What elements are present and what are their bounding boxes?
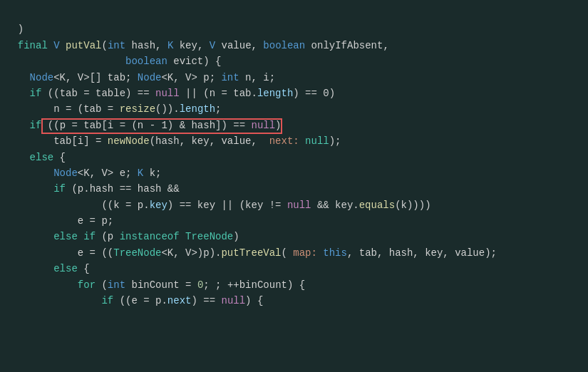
code-token: binCount =	[125, 279, 197, 291]
code-token: TreeNode	[113, 247, 161, 259]
code-token	[6, 279, 78, 291]
code-token: else	[53, 263, 78, 274]
code-token: equals	[359, 200, 395, 211]
code-line: else {	[0, 150, 588, 165]
code-token: onlyIfAbsent,	[305, 40, 389, 51]
code-token: evict) {	[167, 56, 222, 67]
code-token: ) == 0)	[293, 88, 335, 99]
code-token: (	[101, 40, 107, 51]
code-token: final	[18, 40, 48, 51]
code-token	[6, 72, 30, 83]
code-token: Node	[138, 72, 162, 83]
code-token: (k))))	[395, 200, 430, 211]
code-token: )	[275, 120, 281, 131]
code-token: if	[101, 295, 113, 306]
code-token: && key.	[311, 200, 359, 211]
code-token: K	[138, 167, 143, 179]
code-token: putVal	[66, 40, 101, 51]
code-token: )	[18, 24, 24, 35]
code-line: tab[i] = newNode(hash, key, value, next:…	[0, 133, 588, 149]
code-token: <K, V> p;	[161, 72, 221, 83]
code-token	[180, 231, 185, 242]
code-line: Node<K, V>[] tab; Node<K, V> p; int n, i…	[0, 70, 588, 86]
code-token: null	[251, 120, 275, 131]
code-token	[6, 24, 18, 35]
code-token: ((tab = table) ==	[41, 88, 155, 99]
code-token	[6, 231, 53, 242]
code-token: null	[305, 135, 329, 147]
code-line: boolean evict) {	[0, 53, 588, 69]
code-token: int	[108, 279, 125, 291]
code-token: <K, V>)p).	[161, 247, 221, 259]
code-token	[6, 40, 18, 51]
code-token: if	[53, 183, 66, 195]
code-token: putTreeVal	[221, 247, 281, 259]
code-token: boolean	[263, 40, 305, 51]
code-token: ) ==	[191, 295, 221, 306]
code-token: int	[221, 72, 239, 83]
code-token: , tab, hash, key, value);	[347, 247, 497, 259]
code-line: else if (p instanceof TreeNode)	[0, 229, 588, 244]
code-token: (p.hash == hash &&	[66, 183, 180, 195]
code-token: ((k = p.	[6, 200, 150, 211]
code-token	[60, 40, 66, 51]
code-line: e = p;	[0, 213, 588, 229]
code-token: newNode	[108, 135, 150, 147]
code-token: null	[287, 200, 311, 211]
code-token	[6, 295, 101, 306]
code-token: e = p;	[6, 215, 113, 227]
code-token: Node	[30, 72, 54, 83]
code-token: key	[150, 200, 167, 211]
code-token: ((e = p.	[113, 295, 167, 306]
code-token	[6, 152, 30, 163]
code-token: (hash, key, value,	[150, 135, 269, 147]
code-token: resize	[120, 103, 155, 115]
code-token	[6, 88, 30, 99]
code-token: <K, V> e;	[78, 167, 138, 179]
code-token: k;	[143, 167, 161, 179]
code-token: key,	[173, 40, 209, 51]
code-token: ()).	[155, 103, 180, 115]
code-token: e = ((	[6, 247, 113, 259]
code-token: Node	[53, 167, 78, 179]
code-line: if ((tab = table) == null || (n = tab.le…	[0, 86, 588, 101]
code-token: TreeNode	[185, 231, 233, 242]
code-token	[6, 120, 30, 131]
code-token: <K, V>[] tab;	[53, 72, 138, 83]
code-token: (p	[96, 231, 120, 242]
code-token: instanceof	[120, 231, 180, 242]
code-token: ((p = tab[i = (n - 1) & hash]) ==	[41, 120, 251, 131]
code-token: (	[96, 279, 108, 291]
code-token: boolean	[125, 56, 167, 67]
code-token: for	[78, 279, 96, 291]
code-token: || (n = tab.	[180, 88, 257, 99]
code-line: )	[0, 21, 588, 37]
code-token	[6, 167, 53, 179]
code-token: null	[155, 88, 180, 99]
code-token	[299, 135, 305, 147]
code-line: if (p.hash == hash &&	[0, 181, 588, 197]
code-token: next	[167, 295, 192, 306]
code-container: ) final V putVal(int hash, K key, V valu…	[0, 0, 588, 314]
code-line: e = ((TreeNode<K, V>)p).putTreeVal( map:…	[0, 245, 588, 261]
code-token: map:	[293, 247, 317, 259]
code-token: ;	[215, 103, 221, 115]
code-line: final V putVal(int hash, K key, V value,…	[0, 38, 588, 53]
code-token	[48, 40, 53, 51]
code-token: length	[257, 88, 293, 99]
code-token: )	[233, 231, 239, 242]
code-token: {	[53, 152, 66, 163]
code-token: );	[329, 135, 341, 147]
code-token: value,	[215, 40, 263, 51]
code-line: else {	[0, 261, 588, 277]
code-token: else	[30, 152, 54, 163]
code-token: (	[281, 247, 293, 259]
code-token: ) == key || (key !=	[167, 200, 287, 211]
code-token: this	[323, 247, 347, 259]
code-token: length	[180, 103, 215, 115]
code-token: {	[78, 263, 90, 274]
code-line: Node<K, V> e; K k;	[0, 165, 588, 181]
code-token: if	[30, 120, 42, 131]
code-token: if	[30, 88, 42, 99]
code-line: ((k = p.key) == key || (key != null && k…	[0, 197, 588, 213]
